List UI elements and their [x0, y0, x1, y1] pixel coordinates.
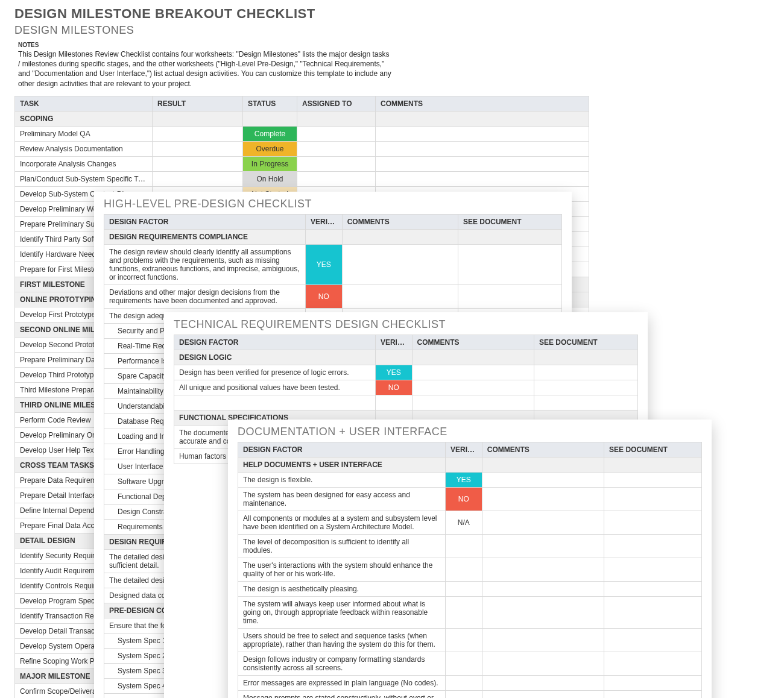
docui-table: DESIGN FACTOR VERIFIED? COMMENTS SEE DOC…: [238, 442, 702, 698]
table-row[interactable]: The design review should clearly identif…: [104, 245, 562, 285]
task-cell: Incorporate Analysis Changes: [15, 156, 153, 171]
table-row[interactable]: The system will always keep user informe…: [238, 597, 702, 629]
factor-cell: The design review should clearly identif…: [104, 245, 306, 285]
col-factor: DESIGN FACTOR: [174, 335, 376, 350]
tech-title: TECHNICAL REQUIREMENTS DESIGN CHECKLIST: [174, 318, 638, 331]
factor-cell: Message prompts are stated constructivel…: [238, 691, 446, 699]
task-cell: Review Analysis Documentation: [15, 141, 153, 156]
table-row[interactable]: Design follows industry or company forma…: [238, 652, 702, 676]
col-verified: VERIFIED?: [375, 335, 412, 350]
factor-cell: All unique and positional values have be…: [174, 380, 376, 395]
col-see: SEE DOCUMENT: [604, 442, 702, 457]
notes-text: This Design Milestones Review Checklist …: [18, 49, 392, 89]
verified-cell[interactable]: YES: [305, 245, 342, 285]
section-cell: SCOPING: [15, 111, 153, 126]
verified-cell[interactable]: NO: [375, 380, 412, 395]
table-row[interactable]: The system has been designed for easy ac…: [238, 488, 702, 511]
predesign-title: HIGH-LEVEL PRE-DESIGN CHECKLIST: [104, 198, 562, 210]
col-comments: COMMENTS: [482, 442, 604, 457]
table-row[interactable]: [174, 395, 638, 410]
verified-cell[interactable]: YES: [375, 365, 412, 380]
col-comments: COMMENTS: [412, 335, 534, 350]
table-row[interactable]: Plan/Conduct Sub-System Specific Trainin…: [15, 171, 589, 186]
verified-cell[interactable]: [446, 582, 482, 597]
page-title: DESIGN MILESTONE BREAKOUT CHECKLIST: [14, 6, 770, 22]
task-cell: Plan/Conduct Sub-System Specific Trainin…: [15, 171, 153, 186]
status-cell[interactable]: In Progress: [243, 156, 297, 171]
col-factor: DESIGN FACTOR: [104, 215, 306, 230]
docui-title: DOCUMENTATION + USER INTERFACE: [238, 426, 702, 438]
table-row[interactable]: Design has been verified for presence of…: [174, 365, 638, 380]
verified-cell[interactable]: YES: [446, 473, 482, 488]
table-row[interactable]: HELP DOCUMENTS + USER INTERFACE: [238, 457, 702, 473]
table-row[interactable]: Deviations and other major design decisi…: [104, 285, 562, 309]
verified-cell[interactable]: [446, 676, 482, 691]
factor-cell: The design is aesthetically pleasing.: [238, 582, 446, 597]
table-row[interactable]: Incorporate Analysis ChangesIn Progress: [15, 156, 589, 171]
verified-cell[interactable]: [446, 629, 482, 652]
section-cell: HELP DOCUMENTS + USER INTERFACE: [238, 457, 446, 473]
verified-cell[interactable]: NO: [305, 285, 342, 309]
table-row[interactable]: Preliminary Model QAComplete: [15, 126, 589, 141]
verified-cell[interactable]: [446, 691, 482, 699]
table-row[interactable]: Users should be free to select and seque…: [238, 629, 702, 652]
col-comments: COMMENTS: [376, 96, 589, 111]
verified-cell[interactable]: [446, 652, 482, 676]
factor-cell: The design is flexible.: [238, 473, 446, 488]
section-cell: DESIGN REQUIREMENTS COMPLIANCE: [104, 230, 306, 245]
table-row[interactable]: The design is aesthetically pleasing.: [238, 582, 702, 597]
task-cell: Preliminary Model QA: [15, 126, 153, 141]
factor-cell: Users should be free to select and seque…: [238, 629, 446, 652]
notes-label: NOTES: [18, 42, 770, 48]
col-status: STATUS: [243, 96, 297, 111]
col-result: RESULT: [153, 96, 243, 111]
factor-cell: The system will always keep user informe…: [238, 597, 446, 629]
verified-cell[interactable]: [446, 558, 482, 582]
verified-cell[interactable]: NO: [446, 488, 482, 511]
table-row[interactable]: DESIGN REQUIREMENTS COMPLIANCE: [104, 230, 562, 245]
verified-cell[interactable]: [446, 535, 482, 558]
verified-cell[interactable]: [446, 597, 482, 629]
factor-cell: The level of decomposition is sufficient…: [238, 535, 446, 558]
col-factor: DESIGN FACTOR: [238, 442, 446, 457]
table-row[interactable]: All unique and positional values have be…: [174, 380, 638, 395]
table-row[interactable]: All components or modules at a system an…: [238, 511, 702, 535]
section-cell: DESIGN LOGIC: [174, 350, 376, 365]
factor-cell: Deviations and other major design decisi…: [104, 285, 306, 309]
factor-cell: Design has been verified for presence of…: [174, 365, 376, 380]
table-row[interactable]: SCOPING: [15, 111, 589, 126]
status-cell[interactable]: Complete: [243, 126, 297, 141]
col-verified: VERIFIED?: [305, 215, 342, 230]
table-row[interactable]: The design is flexible.YES: [238, 473, 702, 488]
status-cell[interactable]: On Hold: [243, 171, 297, 186]
factor-cell: The system has been designed for easy ac…: [238, 488, 446, 511]
table-row[interactable]: Message prompts are stated constructivel…: [238, 691, 702, 699]
col-see: SEE DOCUMENT: [534, 335, 637, 350]
factor-cell: Error messages are expressed in plain la…: [238, 676, 446, 691]
col-assigned: ASSIGNED TO: [297, 96, 376, 111]
docui-panel: DOCUMENTATION + USER INTERFACE DESIGN FA…: [228, 420, 712, 698]
page-subtitle: DESIGN MILESTONES: [14, 24, 770, 37]
col-comments: COMMENTS: [342, 215, 458, 230]
table-row[interactable]: The level of decomposition is sufficient…: [238, 535, 702, 558]
col-verified: VERIFIED?: [446, 442, 482, 457]
col-task: TASK: [15, 96, 153, 111]
table-row[interactable]: The user's interactions with the system …: [238, 558, 702, 582]
factor-cell: All components or modules at a system an…: [238, 511, 446, 535]
table-row[interactable]: Review Analysis DocumentationOverdue: [15, 141, 589, 156]
col-see: SEE DOCUMENT: [458, 215, 561, 230]
verified-cell[interactable]: N/A: [446, 511, 482, 535]
factor-cell: Design follows industry or company forma…: [238, 652, 446, 676]
factor-cell: The user's interactions with the system …: [238, 558, 446, 582]
table-row[interactable]: Error messages are expressed in plain la…: [238, 676, 702, 691]
table-row[interactable]: DESIGN LOGIC: [174, 350, 638, 365]
status-cell[interactable]: Overdue: [243, 141, 297, 156]
